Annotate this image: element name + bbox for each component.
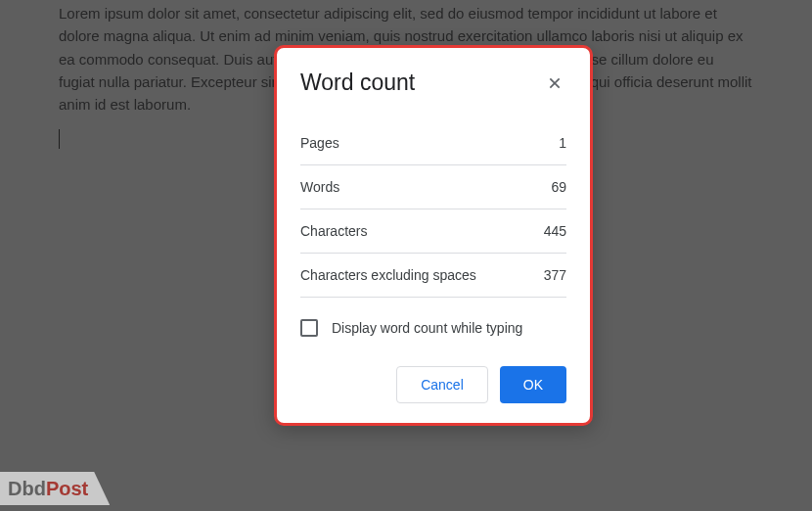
watermark-badge: DbdPost	[0, 472, 110, 505]
dialog-footer: Cancel OK	[300, 366, 566, 403]
watermark-part1: Dbd	[8, 478, 46, 500]
close-icon	[547, 75, 563, 91]
cancel-button[interactable]: Cancel	[396, 366, 488, 403]
characters-no-spaces-label: Characters excluding spaces	[300, 267, 476, 283]
words-label: Words	[300, 179, 339, 195]
stat-row-characters-no-spaces: Characters excluding spaces 377	[300, 254, 566, 298]
dialog-title: Word count	[300, 70, 415, 96]
characters-no-spaces-value: 377	[544, 267, 566, 283]
display-while-typing-row[interactable]: Display word count while typing	[300, 298, 566, 366]
stat-row-characters: Characters 445	[300, 209, 566, 254]
word-count-dialog: Word count Pages 1 Words 69 Characters 4…	[274, 45, 593, 426]
ok-button[interactable]: OK	[500, 366, 566, 403]
words-value: 69	[551, 179, 566, 195]
checkbox-unchecked-icon[interactable]	[300, 319, 318, 337]
stat-row-words: Words 69	[300, 165, 566, 209]
checkbox-label: Display word count while typing	[332, 320, 522, 336]
characters-value: 445	[544, 223, 566, 239]
close-button[interactable]	[543, 71, 566, 95]
pages-label: Pages	[300, 135, 339, 151]
watermark-part2: Post	[46, 478, 88, 500]
characters-label: Characters	[300, 223, 367, 239]
dialog-header: Word count	[300, 70, 566, 96]
stat-row-pages: Pages 1	[300, 121, 566, 165]
pages-value: 1	[559, 135, 566, 151]
